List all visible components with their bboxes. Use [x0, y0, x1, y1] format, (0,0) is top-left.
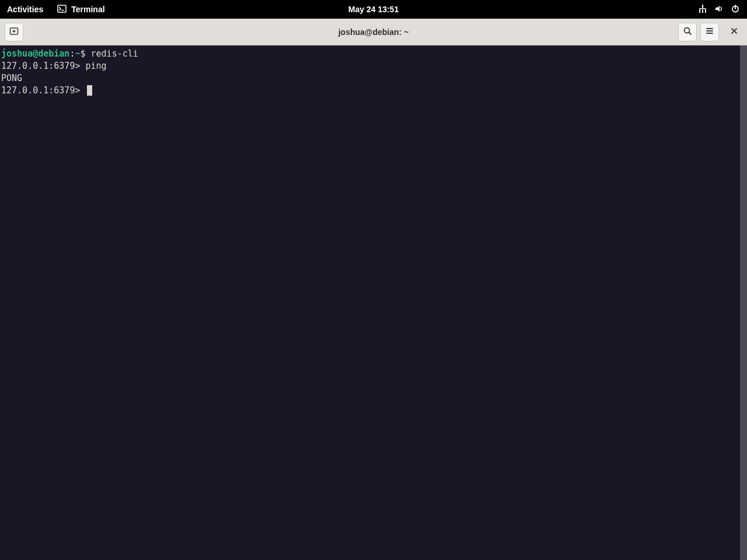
svg-rect-2: [702, 5, 703, 8]
menu-button[interactable]: [700, 23, 719, 41]
redis-response-1: PONG: [1, 73, 22, 83]
prompt-user-host: joshua@debian: [1, 48, 69, 59]
svg-rect-3: [699, 10, 700, 13]
gnome-top-panel: Activities Terminal May 24 13:51: [0, 0, 747, 19]
svg-line-12: [689, 32, 692, 34]
network-icon[interactable]: [698, 4, 707, 15]
redis-command-1: ping: [86, 61, 107, 71]
terminal-cursor: [87, 85, 92, 96]
window-headerbar: joshua@debian: ~: [0, 19, 747, 46]
shell-command: redis-cli: [91, 48, 138, 59]
headerbar-left: [5, 23, 23, 41]
terminal-area: joshua@debian:~$ redis-cli 127.0.0.1:637…: [0, 46, 747, 560]
app-menu-label: Terminal: [71, 5, 104, 14]
new-tab-button[interactable]: [5, 23, 23, 41]
search-button[interactable]: [678, 23, 697, 41]
terminal-output[interactable]: joshua@debian:~$ redis-cli 127.0.0.1:637…: [0, 46, 740, 560]
clock-button[interactable]: May 24 13:51: [348, 5, 399, 14]
terminal-app-icon: [57, 4, 67, 15]
close-icon: [730, 27, 738, 37]
svg-rect-5: [702, 10, 703, 13]
redis-prompt-2: 127.0.0.1:6379>: [1, 85, 86, 96]
activities-button[interactable]: Activities: [7, 5, 43, 14]
headerbar-right: [678, 23, 742, 41]
app-menu-button[interactable]: Terminal: [57, 4, 104, 15]
window-title: joshua@debian: ~: [338, 27, 409, 37]
redis-prompt-1: 127.0.0.1:6379>: [1, 61, 86, 71]
search-icon: [683, 26, 692, 38]
hamburger-icon: [705, 26, 714, 38]
panel-left: Activities Terminal: [7, 4, 105, 15]
volume-icon[interactable]: [714, 4, 724, 15]
close-button[interactable]: [726, 24, 742, 40]
plus-tab-icon: [9, 26, 19, 38]
svg-rect-0: [58, 5, 66, 12]
panel-right: [698, 4, 740, 15]
svg-rect-4: [705, 10, 706, 13]
terminal-scrollbar[interactable]: [740, 46, 747, 560]
prompt-dollar: $: [80, 48, 90, 59]
power-icon[interactable]: [731, 4, 740, 15]
